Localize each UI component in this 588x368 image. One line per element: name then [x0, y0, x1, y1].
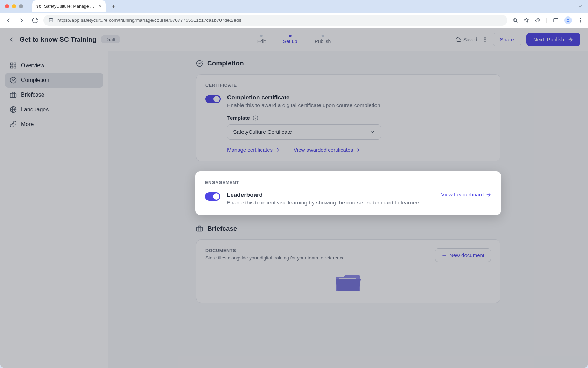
maximize-window-icon[interactable]	[19, 4, 23, 8]
card-label-engagement: ENGAGEMENT	[205, 180, 491, 185]
completion-section-icon	[196, 60, 203, 67]
arrow-right-icon	[355, 147, 360, 152]
site-settings-icon[interactable]	[48, 18, 54, 23]
sidebar-item-overview[interactable]: Overview	[5, 58, 103, 73]
step-setup[interactable]: Set up	[283, 35, 297, 44]
sidebar: Overview Completion Briefcase Languages …	[0, 51, 108, 368]
globe-icon	[10, 106, 17, 113]
svg-point-8	[567, 19, 569, 20]
browser-tab-bar: SC SafetyCulture: Manage Teams and... × …	[0, 0, 588, 13]
section-title-briefcase: Briefcase	[207, 225, 237, 232]
page-title: Get to know SC Training	[20, 36, 97, 43]
url-text: https://app.safetyculture.com/training/m…	[57, 18, 241, 23]
briefcase-section-icon	[196, 225, 203, 232]
new-tab-button[interactable]: +	[112, 3, 115, 9]
leaderboard-toggle[interactable]	[205, 192, 220, 201]
app-header: Get to know SC Training Draft Edit Set u…	[0, 28, 588, 51]
info-icon[interactable]	[253, 115, 258, 121]
main-content: Completion CERTIFICATE Completion certif…	[108, 51, 588, 368]
svg-rect-18	[11, 66, 13, 68]
svg-marker-5	[524, 18, 528, 22]
step-publish[interactable]: Publish	[315, 35, 331, 44]
folder-illustration	[205, 272, 491, 294]
template-select[interactable]: SafetyCulture Certificate	[227, 124, 381, 140]
minimize-window-icon[interactable]	[12, 4, 16, 8]
close-window-icon[interactable]	[5, 4, 9, 8]
arrow-right-icon	[486, 192, 491, 197]
svg-point-13	[485, 39, 485, 40]
completion-icon	[10, 77, 17, 84]
window-controls	[5, 4, 23, 8]
profile-avatar[interactable]	[564, 16, 572, 24]
browser-tab[interactable]: SC SafetyCulture: Manage Teams and... ×	[32, 0, 106, 12]
step-edit[interactable]: Edit	[257, 35, 266, 44]
sidebar-item-briefcase[interactable]: Briefcase	[5, 88, 103, 102]
kebab-menu-icon[interactable]	[578, 18, 583, 23]
svg-rect-17	[14, 63, 16, 65]
url-input[interactable]: https://app.safetyculture.com/training/m…	[43, 15, 507, 26]
certificate-card: CERTIFICATE Completion certificate Enabl…	[196, 74, 500, 161]
sidebar-item-completion[interactable]: Completion	[5, 73, 103, 88]
tab-favicon: SC	[36, 5, 41, 8]
plus-icon	[442, 253, 447, 258]
stepper: Edit Set up Publish	[257, 35, 331, 44]
cloud-icon	[456, 37, 461, 42]
leaderboard-desc: Enable this to incentivise learning by s…	[227, 200, 435, 206]
card-label-certificate: CERTIFICATE	[205, 83, 491, 88]
link-icon	[10, 121, 17, 128]
svg-rect-6	[554, 18, 558, 22]
card-label-documents: DOCUMENTS	[205, 248, 346, 253]
template-label: Template	[227, 115, 491, 121]
svg-rect-16	[11, 63, 13, 65]
svg-point-14	[485, 41, 485, 41]
arrow-right-icon	[568, 37, 573, 42]
arrow-right-icon	[275, 147, 280, 152]
chevron-down-icon	[370, 129, 375, 135]
back-icon[interactable]	[5, 17, 12, 24]
share-button[interactable]: Share	[493, 33, 522, 46]
svg-line-2	[516, 21, 517, 22]
overview-icon	[10, 62, 17, 69]
view-leaderboard-link[interactable]: View Leaderboard	[441, 192, 491, 197]
close-tab-icon[interactable]: ×	[99, 4, 102, 9]
svg-point-9	[580, 18, 581, 19]
leaderboard-title: Leaderboard	[227, 192, 435, 199]
new-document-button[interactable]: New document	[435, 248, 491, 262]
sidebar-item-languages[interactable]: Languages	[5, 102, 103, 117]
publish-button[interactable]: Next: Publish	[526, 33, 580, 46]
svg-rect-20	[10, 93, 16, 98]
certificate-toggle-desc: Enable this to award a digital certifica…	[227, 102, 491, 109]
reload-icon[interactable]	[31, 17, 38, 24]
browser-address-bar: https://app.safetyculture.com/training/m…	[0, 13, 588, 28]
documents-desc: Store files alongside your digital train…	[205, 255, 346, 261]
status-badge: Draft	[102, 35, 120, 43]
svg-rect-29	[197, 227, 203, 231]
certificate-toggle[interactable]	[205, 95, 221, 103]
header-kebab-icon[interactable]	[482, 37, 488, 42]
view-awarded-link[interactable]: View awarded certificates	[294, 147, 360, 153]
extensions-icon[interactable]	[535, 18, 540, 23]
sidebar-item-more[interactable]: More	[5, 117, 103, 132]
tab-title: SafetyCulture: Manage Teams and...	[44, 4, 96, 9]
bookmark-icon[interactable]	[524, 18, 529, 23]
tab-overflow-icon[interactable]	[578, 4, 583, 9]
documents-card: DOCUMENTS Store files alongside your dig…	[196, 239, 500, 303]
forward-icon[interactable]	[18, 17, 25, 24]
svg-point-10	[580, 20, 581, 20]
briefcase-icon	[10, 91, 17, 98]
back-button[interactable]	[8, 36, 15, 43]
svg-point-11	[580, 21, 581, 22]
section-title-completion: Completion	[207, 60, 244, 67]
saved-indicator: Saved	[456, 37, 477, 42]
svg-point-12	[485, 37, 485, 38]
zoom-icon[interactable]	[512, 18, 518, 23]
manage-certificates-link[interactable]: Manage certificates	[227, 147, 280, 153]
certificate-toggle-title: Completion certificate	[227, 94, 491, 101]
side-panel-icon[interactable]	[553, 18, 559, 23]
engagement-card: ENGAGEMENT Leaderboard Enable this to in…	[196, 172, 500, 214]
svg-rect-19	[14, 66, 16, 68]
svg-rect-0	[49, 18, 53, 22]
